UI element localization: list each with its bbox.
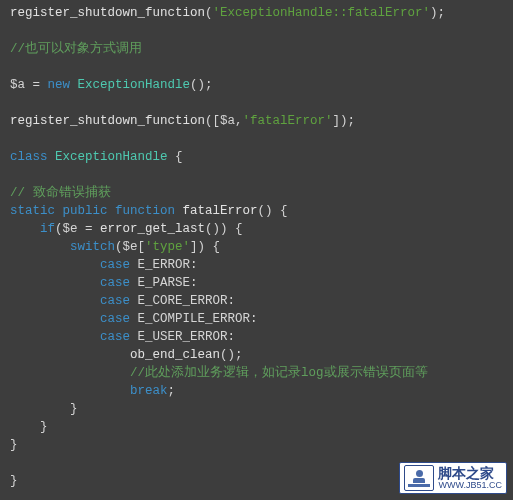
code-token: = <box>25 78 48 92</box>
code-comment: // 致命错误捕获 <box>10 186 111 200</box>
code-token: (); <box>190 78 213 92</box>
code-token: public <box>63 204 108 218</box>
code-token: E_ERROR <box>138 258 191 272</box>
code-block: register_shutdown_function('ExceptionHan… <box>10 4 503 490</box>
code-token: $a <box>220 114 235 128</box>
code-token: $a <box>10 78 25 92</box>
code-token: 'type' <box>145 240 190 254</box>
code-token <box>48 150 56 164</box>
code-comment: //也可以对象方式调用 <box>10 42 142 56</box>
watermark-icon <box>404 465 434 491</box>
code-token: error_get_last <box>100 222 205 236</box>
code-token: case <box>100 276 130 290</box>
code-token: E_CORE_ERROR <box>138 294 228 308</box>
code-token: } <box>40 420 48 434</box>
code-token: function <box>115 204 175 218</box>
code-token: new <box>48 78 71 92</box>
code-token: ]); <box>333 114 356 128</box>
code-token: case <box>100 258 130 272</box>
code-token: if <box>40 222 55 236</box>
code-token: E_USER_ERROR <box>138 330 228 344</box>
watermark-url: WWW.JB51.CC <box>438 480 502 490</box>
code-token: E_PARSE <box>138 276 191 290</box>
code-token: : <box>228 294 236 308</box>
code-token: register_shutdown_function <box>10 114 205 128</box>
code-token: case <box>100 330 130 344</box>
code-token: : <box>250 312 258 326</box>
code-token: ob_end_clean <box>130 348 220 362</box>
code-token: static <box>10 204 55 218</box>
code-token: ( <box>55 222 63 236</box>
code-token: break <box>130 384 168 398</box>
code-token: $e <box>123 240 138 254</box>
code-token: } <box>70 402 78 416</box>
code-token: fatalError <box>183 204 258 218</box>
code-token: : <box>228 330 236 344</box>
watermark-text: 脚本之家 WWW.JB51.CC <box>438 466 502 490</box>
code-token: ExceptionHandle <box>78 78 191 92</box>
code-token: switch <box>70 240 115 254</box>
code-token: E_COMPILE_ERROR <box>138 312 251 326</box>
code-token: class <box>10 150 48 164</box>
watermark: 脚本之家 WWW.JB51.CC <box>399 462 507 494</box>
code-token: : <box>190 258 198 272</box>
code-comment: //此处添加业务逻辑，如记录log或展示错误页面等 <box>130 366 428 380</box>
code-token: ([ <box>205 114 220 128</box>
watermark-title: 脚本之家 <box>438 466 502 480</box>
code-token: , <box>235 114 243 128</box>
code-token: { <box>168 150 183 164</box>
code-token: ()) { <box>205 222 243 236</box>
code-token: () { <box>258 204 288 218</box>
code-token: ); <box>430 6 445 20</box>
code-token: $e <box>63 222 78 236</box>
code-token: ; <box>168 384 176 398</box>
code-token: ]) { <box>190 240 220 254</box>
code-token: } <box>10 474 18 488</box>
code-token: ExceptionHandle <box>55 150 168 164</box>
code-token: = <box>78 222 101 236</box>
code-token: ( <box>115 240 123 254</box>
code-token: register_shutdown_function <box>10 6 205 20</box>
code-token: ( <box>205 6 213 20</box>
code-token: 'ExceptionHandle::fatalError' <box>213 6 431 20</box>
code-token: } <box>10 438 18 452</box>
code-token: (); <box>220 348 243 362</box>
code-token: : <box>190 276 198 290</box>
code-token: 'fatalError' <box>243 114 333 128</box>
code-token <box>70 78 78 92</box>
code-token: [ <box>138 240 146 254</box>
code-token: case <box>100 294 130 308</box>
code-token: case <box>100 312 130 326</box>
